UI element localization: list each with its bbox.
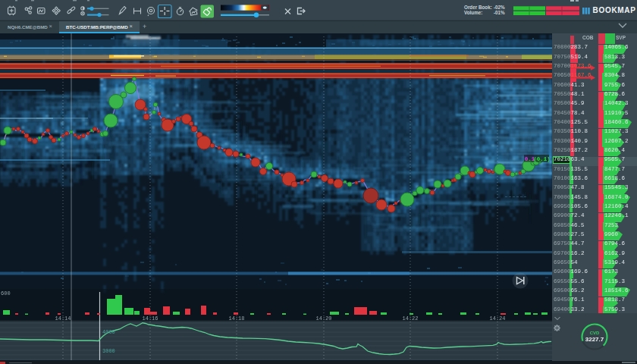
svg-text:-01%: -01% (494, 10, 505, 15)
svg-text:14:18: 14:18 (228, 315, 244, 322)
svg-text:600: 600 (1, 290, 11, 297)
svg-text:14:14: 14:14 (55, 315, 71, 322)
svg-text:3227.7: 3227.7 (585, 336, 604, 343)
svg-text:14:24: 14:24 (489, 315, 505, 322)
svg-text:(0.1): (0.1) (533, 156, 551, 162)
svg-text:14:16: 14:16 (142, 315, 158, 322)
svg-text:14:20: 14:20 (315, 315, 331, 322)
svg-text:3000: 3000 (102, 348, 115, 354)
svg-text:4000: 4000 (102, 329, 115, 335)
svg-text:BOOKMAP: BOOKMAP (593, 6, 636, 14)
svg-text:14:22: 14:22 (402, 315, 418, 322)
svg-text:CVD: CVD (590, 331, 600, 335)
svg-text:Volume:: Volume: (464, 10, 482, 15)
